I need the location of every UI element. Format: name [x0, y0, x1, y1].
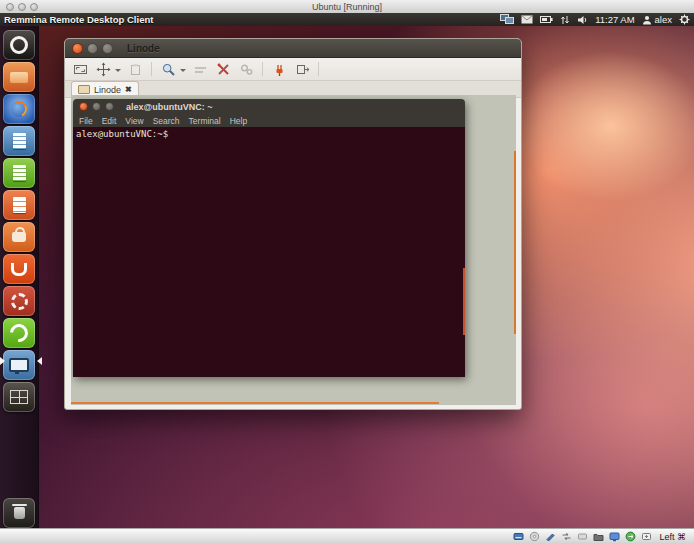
shell-prompt: alex@ubuntuVNC:~$	[73, 127, 465, 139]
terminal-body[interactable]: alex@ubuntuVNC:~$	[73, 127, 465, 377]
ubuntu-logo	[10, 36, 28, 54]
running-indicator-arrow	[0, 357, 9, 365]
remmina-minimize-button[interactable]	[87, 43, 98, 54]
disconnect-plug-icon[interactable]	[270, 60, 288, 78]
tab-label: Linode	[94, 85, 121, 95]
user-icon	[642, 15, 652, 25]
software-center-icon[interactable]	[3, 222, 35, 252]
toolbar-separator	[262, 62, 263, 76]
libreoffice-impress-icon[interactable]	[3, 190, 35, 220]
libreoffice-writer-icon[interactable]	[3, 126, 35, 156]
remmina-toolbar	[65, 58, 521, 81]
remote-artifact-vertical	[514, 151, 516, 334]
preferences-tools-icon[interactable]	[214, 60, 232, 78]
menu-help[interactable]: Help	[230, 116, 247, 126]
gears-icon[interactable]	[237, 60, 255, 78]
connection-icon	[78, 85, 90, 94]
display-icon[interactable]	[609, 531, 620, 542]
sound-icon[interactable]	[577, 15, 588, 25]
vm-window-titlebar[interactable]: Ubuntu [Running]	[0, 0, 694, 14]
terminal-titlebar[interactable]: alex@ubuntuVNC: ~	[73, 99, 465, 114]
terminal-maximize-button[interactable]	[105, 102, 114, 111]
remmina-window: Linode	[64, 38, 522, 410]
u-glyph	[11, 263, 27, 276]
scaled-mode-icon[interactable]	[191, 60, 209, 78]
network-icon[interactable]	[561, 531, 572, 542]
clock[interactable]: 11:27 AM	[595, 14, 634, 25]
mouse-integration-icon[interactable]	[625, 531, 636, 542]
home-folder-icon[interactable]	[3, 62, 35, 92]
terminal-menubar: File Edit View Search Terminal Help	[73, 114, 465, 127]
fit-window-icon[interactable]	[94, 60, 112, 78]
monitor-glyph	[9, 358, 29, 372]
host-key-label: Left ⌘	[659, 532, 686, 542]
terminal-window: alex@ubuntuVNC: ~ File Edit View Search …	[73, 99, 465, 377]
hdd-icon[interactable]	[513, 531, 524, 542]
menu-edit[interactable]: Edit	[102, 116, 117, 126]
zoom-dropdown-caret[interactable]	[180, 69, 186, 75]
virtualbox-vm-screen: Ubuntu [Running] Remmina Remote Desktop …	[0, 0, 694, 544]
indicator-tray: 11:27 AM alex	[500, 13, 690, 26]
terminal-title: alex@ubuntuVNC: ~	[126, 102, 213, 112]
firefox-icon[interactable]	[3, 94, 35, 124]
dash-home-icon[interactable]	[3, 30, 35, 60]
focused-indicator-arrow	[33, 357, 42, 365]
audio-icon[interactable]	[545, 531, 556, 542]
trash-icon[interactable]	[3, 498, 35, 528]
folder-glyph	[10, 72, 28, 83]
clipboard-icon[interactable]	[126, 60, 144, 78]
vm-window-title: Ubuntu [Running]	[0, 2, 694, 12]
system-settings-icon[interactable]	[3, 286, 35, 316]
remmina-titlebar[interactable]: Linode	[65, 39, 521, 58]
swirl-glyph	[6, 320, 31, 345]
fullscreen-icon[interactable]	[71, 60, 89, 78]
menu-terminal[interactable]: Terminal	[189, 116, 221, 126]
battery-icon[interactable]	[540, 15, 553, 24]
workspace-switcher-icon[interactable]	[3, 382, 35, 412]
shared-folders-icon[interactable]	[593, 531, 604, 542]
menu-file[interactable]: File	[79, 116, 93, 126]
remmina-maximize-button[interactable]	[102, 43, 113, 54]
ubuntu-one-icon[interactable]	[3, 254, 35, 284]
trash-can-glyph	[14, 507, 25, 519]
menu-search[interactable]: Search	[153, 116, 180, 126]
terminal-close-button[interactable]	[79, 102, 88, 111]
ubuntu-top-panel: Remmina Remote Desktop Client	[0, 13, 694, 26]
writer-doc-glyph	[13, 133, 26, 149]
terminal-minimize-button[interactable]	[92, 102, 101, 111]
detach-window-icon[interactable]	[293, 60, 311, 78]
session-gear-icon[interactable]	[679, 14, 690, 25]
terminal-artifact-line	[463, 268, 465, 335]
calc-doc-glyph	[13, 165, 26, 181]
firefox-glyph	[11, 101, 27, 117]
sync-arrows-icon[interactable]	[560, 15, 570, 25]
toolbar-separator	[318, 62, 319, 76]
remote-desktop-view[interactable]: alex@ubuntuVNC: ~ File Edit View Search …	[71, 95, 516, 405]
toolbar-separator	[151, 62, 152, 76]
virtualbox-statusbar: Left ⌘	[0, 528, 694, 544]
cd-icon[interactable]	[529, 531, 540, 542]
zoom-icon[interactable]	[159, 60, 177, 78]
gear-glyph	[11, 293, 28, 310]
remmina-launcher-icon[interactable]	[3, 350, 35, 380]
remmina-window-title: Linode	[127, 43, 160, 54]
user-menu[interactable]: alex	[642, 14, 672, 25]
menu-view[interactable]: View	[125, 116, 143, 126]
workspace-grid-glyph	[10, 390, 28, 404]
impress-doc-glyph	[13, 197, 26, 213]
libreoffice-calc-icon[interactable]	[3, 158, 35, 188]
messages-icon[interactable]	[521, 15, 533, 24]
user-name: alex	[655, 14, 672, 25]
remote-desktop-indicator-icon[interactable]	[500, 14, 514, 25]
keyboard-icon[interactable]	[641, 531, 652, 542]
tab-close-icon[interactable]: ✖	[125, 86, 132, 94]
active-app-name[interactable]: Remmina Remote Desktop Client	[4, 14, 153, 25]
fit-window-dropdown-caret[interactable]	[115, 69, 121, 75]
shopping-bag-glyph	[12, 232, 26, 242]
unity-launcher	[0, 26, 39, 528]
remote-artifact-horizontal	[71, 402, 439, 404]
usb-icon[interactable]	[577, 531, 588, 542]
software-updater-icon[interactable]	[3, 318, 35, 348]
remmina-close-button[interactable]	[72, 43, 83, 54]
